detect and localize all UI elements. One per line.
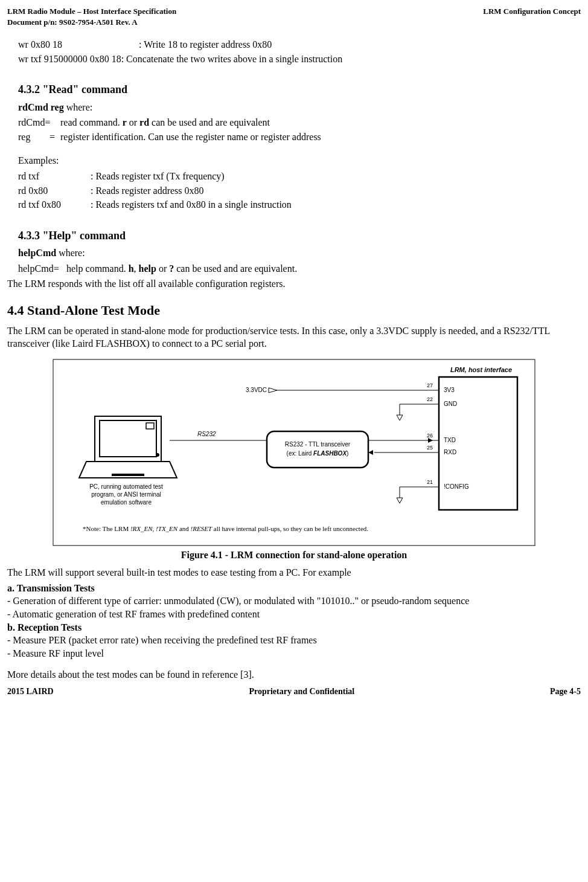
fig-33vdc: 3.3VDC [246,387,267,393]
help-def: helpCmd= help command. h, help or ? can … [18,262,581,275]
svg-marker-6 [397,415,403,420]
help-def-pre: help command. [66,263,129,274]
svg-point-19 [156,454,159,456]
rd-ex2-cmd: rd 0x80 [18,184,91,198]
fig-sig-gnd: GND [444,401,457,407]
read-syntax: rdCmd reg where: [18,101,581,114]
svg-rect-17 [100,420,156,457]
svg-rect-21 [112,474,144,476]
rd-ex1-desc: : Reads register txf (Tx frequency) [91,170,225,183]
rd-def2-eq: = [50,130,60,144]
rd-def2-key: reg [18,130,50,144]
wr-ex1-cmd: wr 0x80 18 [18,38,139,51]
header-title: LRM Radio Module – Host Interface Specif… [7,7,176,16]
fig-sig-txd: TXD [444,437,456,443]
help-syntax: helpCmd where: [18,246,581,260]
help-syntax-cmd: helpCmd [18,248,56,258]
svg-rect-7 [267,431,368,468]
fig-pin22: 22 [427,396,433,402]
help-syntax-where: where: [56,248,85,258]
laptop-icon [79,416,177,478]
footer-right: Page 4-5 [550,686,581,698]
b-heading: b. Reception Tests [7,621,581,634]
p-after-fig: The LRM will support several built-in te… [7,566,581,579]
rd-def1-val: read command. r or rd can be used and ar… [60,116,270,129]
rd-def1-or: or [127,117,139,127]
fig-note: *Note: The LRM !RX_EN, !TX_EN and !RESET… [83,525,368,532]
rd-ex3-desc: : Reads registers txf and 0x80 in a sing… [91,198,292,211]
rd-def1-tail: can be used and are equivalent [149,117,270,127]
rd-def1-key: rdCmd= [18,116,60,129]
fig-transceiver-l2: (ex: Laird FLASHBOX) [287,450,349,457]
help-def-h: h [129,263,134,274]
heading-432: 4.3.2 "Read" command [18,82,581,97]
help-def-val: help command. h, help or ? can be used a… [66,262,297,275]
help-def-tail: can be used and are equivalent. [174,263,297,274]
header-right: LRM Configuration Concept [483,6,581,27]
svg-marker-2 [269,388,277,393]
fig-sig-rxd: RXD [444,449,456,455]
wr-ex1-desc: : Write 18 to register address 0x80 [139,38,272,51]
rd-ex2-desc: : Reads register address 0x80 [91,184,204,198]
read-example-1: rd txf : Reads register txf (Tx frequenc… [18,170,581,183]
a-heading: a. Transmission Tests [7,582,581,595]
page-footer: 2015 LAIRD Proprietary and Confidential … [7,686,581,698]
fig-pc-l1: PC, running automated test [89,483,163,490]
rd-def1-pre: read command. [60,117,123,127]
figure-41: LRM, host interface 3V3 GND TXD RXD !CON… [7,359,581,546]
svg-rect-1 [439,377,517,510]
fig-rs232: RS232 [197,431,216,437]
header-left: LRM Radio Module – Host Interface Specif… [7,6,176,27]
footer-center: Proprietary and Confidential [249,686,354,698]
figure-caption: Figure 4.1 - LRM connection for stand-al… [7,549,581,562]
fig-transceiver-l1: RS232 - TTL transceiver [285,441,351,448]
fig-pc-l2: program, or ANSI terminal [91,491,161,498]
fig-sig-3v3: 3V3 [444,387,455,393]
read-example-2: rd 0x80 : Reads register address 0x80 [18,184,581,198]
read-def-rdcmd: rdCmd= read command. r or rd can be used… [18,116,581,129]
b-line1: - Measure PER (packet error rate) when r… [7,634,581,647]
fig-pin21: 21 [427,479,433,485]
fig-pin26: 26 [427,433,433,439]
b-line2: - Measure RF input level [7,647,581,660]
read-example-3: rd txf 0x80 : Reads registers txf and 0x… [18,198,581,211]
footer-left: 2015 LAIRD [7,686,54,698]
page-header: LRM Radio Module – Host Interface Specif… [7,6,581,27]
rd-def1-r: r [123,117,127,127]
read-syntax-cmd: rdCmd reg [18,102,64,112]
write-example-2: wr txf 915000000 0x80 18: Concatenate th… [18,53,581,66]
write-example-1: wr 0x80 18 : Write 18 to register addres… [18,38,581,51]
read-syntax-where: where: [64,102,93,112]
svg-marker-15 [397,498,403,503]
p-44: The LRM can be operated in stand-alone m… [7,324,581,350]
rd-def2-val: register identification. Can use the reg… [60,130,321,144]
rd-ex1-cmd: rd txf [18,170,91,183]
figure-svg: LRM, host interface 3V3 GND TXD RXD !CON… [53,359,535,546]
help-response: The LRM responds with the list off all a… [7,277,581,291]
fig-pc-l3: emulation software [101,499,152,506]
header-doc-pn: Document p/n: 9S02-7954-A501 Rev. A [7,18,138,27]
heading-44: 4.4 Stand-Alone Test Mode [7,301,581,320]
help-def-key: helpCmd= [18,262,66,275]
read-def-reg: reg = register identification. Can use t… [18,130,581,144]
fig-label-lrm: LRM, host interface [450,366,512,373]
svg-marker-9 [428,438,433,443]
fig-pin27: 27 [427,382,433,388]
heading-433: 4.3.3 "Help" command [18,228,581,243]
fig-pin25: 25 [427,445,433,451]
rd-def1-rd: rd [139,117,149,127]
a-line2: - Automatic generation of test RF frames… [7,608,581,621]
examples-label: Examples: [18,154,581,167]
help-def-help: help [139,263,156,274]
help-def-c1: , [134,263,139,274]
more-details: More details about the test modes can be… [7,668,581,681]
fig-sig-config: !CONFIG [444,483,469,490]
rd-ex3-cmd: rd txf 0x80 [18,198,91,211]
help-def-c2: or [156,263,169,274]
a-line1: - Generation of different type of carrie… [7,594,581,608]
